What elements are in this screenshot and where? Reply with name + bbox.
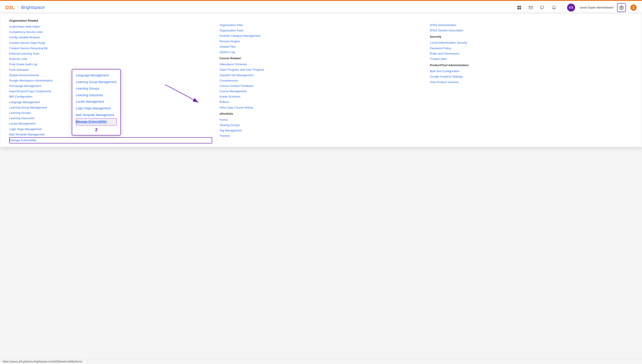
- user-name: canva Super Administrator: [579, 6, 613, 9]
- menu-class-progress[interactable]: Class Progress and User Progress: [220, 67, 423, 72]
- svg-rect-5: [540, 6, 544, 8]
- menu-local-auth[interactable]: Local Authentication Security: [430, 40, 633, 46]
- menu-tag-mgmt[interactable]: Tag Management: [220, 128, 423, 133]
- mail-icon: [528, 5, 533, 10]
- menu-final-grade[interactable]: Final Grade Audit Log: [9, 62, 212, 67]
- bell-icon: [552, 5, 556, 10]
- chat-icon-btn[interactable]: [538, 4, 546, 12]
- logo-separator: |: [18, 5, 19, 10]
- menu-product-title: Product/Tool Administration: [430, 64, 633, 67]
- menu-view-product-versions[interactable]: View Product Versions: [430, 80, 633, 85]
- menu-competency-jobs[interactable]: Competency Service Jobs: [9, 30, 212, 35]
- menu-security-title: Security: [430, 35, 633, 38]
- menu-attendance[interactable]: Attendance Schemes: [220, 62, 423, 67]
- avatar: CS: [567, 4, 575, 12]
- popup-learning-group-mgmt[interactable]: Learning Group Management: [76, 79, 117, 86]
- chat-icon: [540, 5, 544, 10]
- menu-view-copy-history[interactable]: View Copy Course History: [220, 105, 423, 110]
- grid-icon-btn[interactable]: [515, 4, 523, 12]
- popup-mail-template[interactable]: Mail Template Management: [76, 112, 117, 118]
- svg-rect-1: [519, 6, 521, 7]
- svg-rect-2: [517, 8, 519, 9]
- menu-ipsis-section[interactable]: IPSIS Section Association: [430, 28, 633, 33]
- top-bar: D2L | Brightspace: [0, 1, 642, 14]
- menu-google-analytics[interactable]: Google Analytics Settings: [430, 74, 633, 79]
- menu-external-tools[interactable]: External Learning Tools: [9, 51, 212, 56]
- menu-course-content-feedback[interactable]: Course Content Feedback: [220, 83, 423, 89]
- menu-col-org2: Organization Files Organization Tools Po…: [216, 17, 426, 140]
- gear-icon: [619, 5, 624, 10]
- menu-audio-video[interactable]: Audio/Video Note Editor: [9, 24, 212, 30]
- menu-shared-files[interactable]: Shared Files: [220, 44, 423, 50]
- menu-col-security: IPSIS Administration IPSIS Section Assoc…: [426, 17, 636, 140]
- menu-eportfolio-title: ePortfolio: [220, 112, 423, 116]
- popup-learning-groups[interactable]: Learning Groups: [76, 85, 117, 92]
- menu-system-log[interactable]: System Log: [220, 50, 423, 55]
- menu-rubrics[interactable]: Rubrics: [220, 99, 423, 105]
- menu-forms[interactable]: Forms: [220, 117, 423, 122]
- menu-sharing-groups[interactable]: Sharing Groups: [220, 122, 423, 128]
- svg-point-8: [621, 7, 622, 8]
- bell-icon-btn[interactable]: [550, 4, 558, 12]
- menu-org-tools[interactable]: Organization Tools: [220, 28, 423, 33]
- popup-manage-extensibility[interactable]: Manage Extensibility: [76, 118, 117, 126]
- logo-d2l: D2L: [5, 5, 15, 10]
- step-2-badge: 2: [76, 127, 117, 132]
- popup-locale-mgmt[interactable]: Locale Management: [76, 98, 117, 105]
- separator: [562, 5, 563, 10]
- svg-rect-0: [517, 6, 519, 7]
- menu-content-recycling[interactable]: Content Service Recycling Bin: [9, 46, 212, 51]
- menu-course-mgmt[interactable]: Course Management: [220, 89, 423, 94]
- menu-bulk-tool[interactable]: Bulk Tool Configuration: [430, 68, 633, 74]
- step-1-badge: 1: [630, 4, 637, 11]
- menu-portfolio-category[interactable]: Portfolio Category Management: [220, 33, 423, 38]
- menu-col-org-title: Organization Related: [9, 19, 212, 22]
- mail-icon-btn[interactable]: [527, 4, 535, 12]
- menu-competencies[interactable]: Competencies: [220, 78, 423, 83]
- menu-remote-plugins[interactable]: Remote Plugins: [220, 39, 423, 44]
- menu-external-links[interactable]: External Links: [9, 56, 212, 62]
- menu-org-files[interactable]: Organization Files: [220, 22, 423, 28]
- popup-menu-overlay: Language Management Learning Group Manag…: [72, 69, 121, 136]
- top-bar-right: CS canva Super Administrator 1: [515, 3, 637, 12]
- popup-login-page[interactable]: Login Page Management: [76, 105, 117, 112]
- menu-config-variable[interactable]: Config Variable Browser: [9, 35, 212, 40]
- menu-roles-permissions[interactable]: Roles and Permissions: [430, 51, 633, 56]
- menu-themes[interactable]: Themes: [220, 133, 423, 138]
- menu-password-policy[interactable]: Password Policy: [430, 46, 633, 51]
- logo-area: D2L | Brightspace: [5, 5, 45, 10]
- menu-grade-schemes[interactable]: Grade Schemes: [220, 94, 423, 99]
- logo-brightspace: Brightspace: [21, 5, 45, 10]
- svg-rect-3: [519, 8, 521, 9]
- menu-trusted-sites[interactable]: Trusted Sites: [430, 56, 633, 62]
- popup-learning-outcomes[interactable]: Learning Outcomes: [76, 92, 117, 99]
- grid-icon: [517, 5, 521, 10]
- menu-ipsis-admin[interactable]: IPSIS Administration: [430, 22, 633, 28]
- gear-button[interactable]: [617, 3, 626, 12]
- menu-manage-extensibility-main[interactable]: Manage Extensibility: [9, 137, 212, 140]
- menu-classlist-tab[interactable]: Classlist Tab Management: [220, 72, 423, 78]
- menu-course-title: Course Related: [220, 56, 423, 60]
- popup-language-mgmt[interactable]: Language Management: [76, 72, 117, 79]
- menu-content-purge[interactable]: Content Service Data Purge: [9, 40, 212, 46]
